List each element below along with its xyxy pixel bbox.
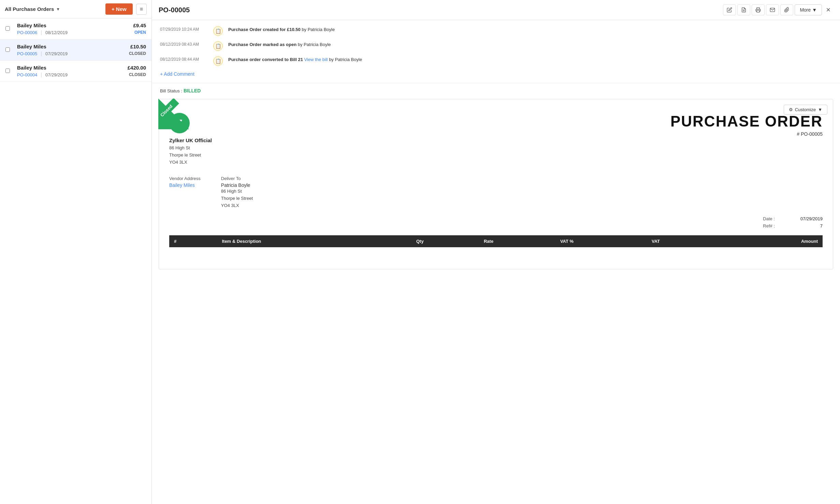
po-number-link[interactable]: PO-00006 bbox=[17, 30, 37, 35]
add-comment-button[interactable]: + Add Comment bbox=[160, 71, 194, 77]
deliver-address-3: YO4 3LX bbox=[221, 202, 253, 209]
po-checkbox[interactable] bbox=[5, 26, 10, 31]
po-document: Closed ⚙ Customize ▼ Z Zylker UK Officia… bbox=[159, 99, 833, 269]
bill-status-section: Bill Status : BILLED bbox=[152, 83, 840, 95]
separator: | bbox=[41, 51, 42, 56]
col-header-rate: Rate bbox=[479, 235, 555, 247]
status-badge: OPEN bbox=[134, 30, 146, 35]
activity-suffix: by Patricia Boyle bbox=[329, 57, 362, 62]
vendor-name-link[interactable]: Bailey Miles bbox=[169, 182, 195, 188]
doc-meta-section: Date : 07/29/2019 Ref# : 7 bbox=[169, 216, 823, 228]
po-checkbox[interactable] bbox=[5, 69, 10, 73]
date-value: 07/29/2019 bbox=[788, 216, 823, 221]
svg-rect-2 bbox=[757, 10, 759, 12]
activity-row: 07/29/2019 10:24 AM 📋 Purchase Order cre… bbox=[160, 26, 832, 36]
activity-time: 08/12/2019 08:44 AM bbox=[160, 56, 208, 62]
activity-time: 08/12/2019 08:43 AM bbox=[160, 41, 208, 47]
status-badge: CLOSED bbox=[129, 51, 146, 56]
attach-button[interactable] bbox=[780, 4, 793, 15]
customer-name: Bailey Miles bbox=[17, 44, 46, 49]
company-address-1: 86 High St bbox=[169, 145, 212, 152]
po-checkbox[interactable] bbox=[5, 47, 10, 52]
doc-header-row: Z Zylker UK Official 86 High St Thorpe l… bbox=[169, 113, 823, 166]
chevron-down-icon: ▼ bbox=[818, 107, 822, 112]
activity-bold: Purchase Order marked as open bbox=[228, 42, 296, 47]
po-number-link[interactable]: PO-00005 bbox=[17, 51, 37, 56]
activity-icon: 📋 bbox=[213, 26, 223, 36]
vendor-address-label: Vendor Address bbox=[169, 176, 201, 181]
activity-time: 07/29/2019 10:24 AM bbox=[160, 26, 208, 32]
col-header-vat-pct: VAT % bbox=[555, 235, 647, 247]
col-header-amount: Amount bbox=[718, 235, 823, 247]
new-button[interactable]: + New bbox=[105, 3, 133, 15]
view-bill-link[interactable]: View the bill bbox=[304, 57, 328, 62]
customer-name: Bailey Miles bbox=[17, 23, 46, 28]
col-header-hash: # bbox=[169, 235, 217, 247]
header-toolbar: More ▼ × bbox=[723, 4, 833, 16]
chevron-down-icon: ▼ bbox=[812, 7, 817, 13]
activity-text: Purchase Order created for £10.50 by Pat… bbox=[228, 26, 335, 33]
status-badge: CLOSED bbox=[129, 72, 146, 77]
doc-title-area: PURCHASE ORDER # PO-00005 bbox=[670, 113, 823, 137]
company-address-3: YO4 3LX bbox=[169, 159, 212, 166]
po-list: Bailey Miles £9.45 PO-00006 | 08/12/2019… bbox=[0, 18, 151, 504]
activity-text: Purchase Order marked as open by Patrici… bbox=[228, 41, 331, 48]
activity-text: Purchase order converted to Bill 21 View… bbox=[228, 56, 362, 63]
activity-section: 07/29/2019 10:24 AM 📋 Purchase Order cre… bbox=[152, 20, 840, 83]
doc-main-title: PURCHASE ORDER bbox=[670, 113, 823, 130]
right-panel: PO-00005 bbox=[152, 0, 840, 504]
list-item[interactable]: Bailey Miles £9.45 PO-00006 | 08/12/2019… bbox=[0, 18, 151, 40]
date-row: Date : 07/29/2019 bbox=[169, 216, 823, 221]
ribbon-text: Closed bbox=[158, 99, 179, 123]
chevron-down-icon: ▼ bbox=[56, 7, 60, 12]
all-purchase-orders-dropdown[interactable]: All Purchase Orders ▼ bbox=[5, 6, 60, 12]
company-address: 86 High St Thorpe le Street YO4 3LX bbox=[169, 145, 212, 166]
col-header-vat: VAT bbox=[647, 235, 718, 247]
activity-icon: 📋 bbox=[213, 41, 223, 51]
deliver-to-address: 86 High St Thorpe le Street YO4 3LX bbox=[221, 188, 253, 209]
company-address-2: Thorpe le Street bbox=[169, 152, 212, 159]
list-item[interactable]: Bailey Miles £420.00 PO-00004 | 07/29/20… bbox=[0, 61, 151, 82]
po-number-link[interactable]: PO-00004 bbox=[17, 72, 37, 77]
activity-bold: Purchase Order created for £10.50 bbox=[228, 27, 301, 32]
activity-bold: Purchase order converted to Bill 21 bbox=[228, 57, 303, 62]
customize-label: Customize bbox=[795, 107, 816, 112]
customize-button[interactable]: ⚙ Customize ▼ bbox=[784, 105, 827, 115]
ref-value: 7 bbox=[788, 223, 823, 228]
activity-icon: 📋 bbox=[213, 56, 223, 66]
doc-po-number: # PO-00005 bbox=[670, 131, 823, 137]
po-table: # Item & Description Qty Rate VAT % VAT … bbox=[169, 235, 823, 247]
deliver-to-section: Deliver To Patricia Boyle 86 High St Tho… bbox=[221, 176, 253, 209]
closed-ribbon: Closed bbox=[158, 99, 189, 129]
col-header-qty: Qty bbox=[411, 235, 479, 247]
po-date: 07/29/2019 bbox=[45, 72, 68, 77]
po-amount: £420.00 bbox=[128, 65, 146, 71]
po-amount: £9.45 bbox=[133, 23, 146, 28]
separator: | bbox=[41, 72, 42, 77]
close-button[interactable]: × bbox=[823, 4, 833, 16]
more-button[interactable]: More ▼ bbox=[795, 4, 822, 15]
ref-row: Ref# : 7 bbox=[169, 223, 823, 228]
date-label: Date : bbox=[763, 216, 775, 221]
print-button[interactable] bbox=[752, 4, 765, 15]
po-date: 07/29/2019 bbox=[45, 51, 68, 56]
email-button[interactable] bbox=[766, 4, 779, 15]
deliver-to-name: Patricia Boyle bbox=[221, 182, 253, 188]
ref-label: Ref# : bbox=[763, 223, 775, 228]
more-label: More bbox=[800, 7, 811, 13]
right-header: PO-00005 bbox=[152, 0, 840, 20]
bill-status-value: BILLED bbox=[184, 88, 201, 93]
page-title: PO-00005 bbox=[159, 6, 719, 14]
all-purchase-orders-label: All Purchase Orders bbox=[5, 6, 54, 12]
deliver-to-label: Deliver To bbox=[221, 176, 253, 181]
activity-row: 08/12/2019 08:43 AM 📋 Purchase Order mar… bbox=[160, 41, 832, 51]
company-name: Zylker UK Official bbox=[169, 137, 212, 143]
list-item[interactable]: Bailey Miles £10.50 PO-00005 | 07/29/201… bbox=[0, 40, 151, 61]
separator: | bbox=[41, 30, 42, 35]
gear-icon: ⚙ bbox=[789, 107, 793, 112]
edit-button[interactable] bbox=[723, 4, 736, 15]
po-date: 08/12/2019 bbox=[45, 30, 68, 35]
menu-icon[interactable]: ≡ bbox=[136, 4, 147, 15]
customer-name: Bailey Miles bbox=[17, 65, 46, 71]
pdf-button[interactable] bbox=[737, 4, 750, 15]
